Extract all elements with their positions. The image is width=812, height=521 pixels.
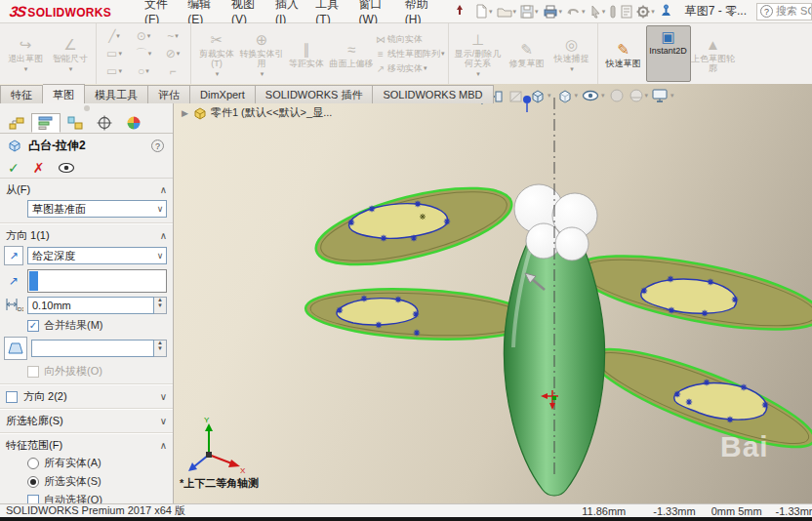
linear-pattern-button: ≡线性草图阵列▾ [374,47,445,61]
draft-toggle-button[interactable] [4,337,27,360]
arc-tool-icon: ⌒▾ [129,45,158,62]
section-view-icon [506,88,526,104]
selected-bodies-radio[interactable] [27,476,39,488]
collapse-chevron-icon[interactable]: ∧ [160,184,167,195]
mirror-icon: ⋈ [374,34,387,45]
rapid-sketch-button[interactable]: ✎ 快速草图 [601,39,646,68]
draft-angle-field[interactable] [31,340,154,357]
search-box[interactable]: ? 搜索 SOLIDW [756,3,812,20]
ribbon-group-sketch-entities: ╱▾ ⊙▾ ~▾ ▭▾ ⌒▾ ⊘▾ ▭▾ ○▾ ⌐ [97,23,191,84]
all-bodies-radio[interactable] [27,458,39,469]
from-group-header[interactable]: 从(F) ∧ [0,181,173,198]
svg-text:X: X [240,466,246,475]
pm-action-row: ✓ ✗ [0,157,173,179]
configuration-manager-tab[interactable] [61,113,90,133]
edit-appearance-icon [607,88,627,103]
hide-show-items-icon[interactable]: ▾ [580,89,607,102]
convert-entities-button: ⊕ 转换实体引用▾ [239,29,284,78]
display-style-icon[interactable]: ▾ [553,87,581,104]
panel-resize-handle[interactable] [84,105,90,111]
tab-mold-tools[interactable]: 模具工具 [85,85,148,103]
tab-solidworks-addins[interactable]: SOLIDWORKS 插件 [256,85,374,103]
undo-icon[interactable]: ▾ [564,4,588,19]
coord-x: 11.86mm [582,505,626,517]
direction2-group-header[interactable]: ✓ 方向 2(2) ∨ [0,388,173,405]
tab-evaluate[interactable]: 评估 [148,85,190,103]
open-icon[interactable]: ▾ [495,4,519,20]
attachment-icon[interactable] [607,4,619,20]
expand-chevron-icon[interactable]: ∨ [160,416,167,426]
tab-solidworks-mbd[interactable]: SOLIDWORKS MBD [373,85,493,103]
wing-lower-right[interactable] [583,332,812,464]
collapse-chevron-icon[interactable]: ∧ [160,230,167,241]
view-orientation-icon[interactable]: ▾ [526,87,553,104]
properties-icon[interactable] [619,4,634,20]
collapse-chevron-icon[interactable]: ∧ [160,440,167,451]
draft-outward-checkbox: ✓ [27,366,39,378]
pin-menu-icon[interactable] [455,4,465,20]
expand-chevron-icon[interactable]: ∨ [160,391,167,402]
select-icon[interactable]: ▾ [588,4,608,20]
instant2d-button[interactable]: ▣ Instant2D [646,25,691,82]
draft-spinner[interactable]: ▲▼ [154,340,167,357]
spline-tool-icon: ~▾ [158,27,187,45]
property-manager-tab[interactable] [31,113,61,133]
depth-value-field[interactable]: 0.10mm [27,297,154,314]
help-circle-icon[interactable]: ? [760,5,773,18]
solidworks-logo: 3S SOLIDWORKS [10,3,111,20]
feature-tree-flyout[interactable]: ▶ 零件1 (默认<<默认>_显... [182,105,332,120]
direction1-group-header[interactable]: 方向 1(1) ∧ [0,227,173,244]
combo-arrow-icon: ∨ [154,204,166,214]
depth-spinner[interactable]: ▲▼ [154,297,167,314]
exit-sketch-icon: ↪ [20,36,32,54]
direction-reference-field[interactable] [27,269,167,293]
wing-upper-right[interactable] [571,241,812,344]
selected-contours-group-header[interactable]: 所选轮廓(S) ∨ [0,413,173,429]
quick-snaps-icon: ◎ [565,36,578,54]
coord-extra-2: -1.33mm [776,505,812,517]
ok-button[interactable]: ✓ [8,160,20,176]
pm-help-icon[interactable]: ? [151,140,164,152]
feature-scope-group-header[interactable]: 特征范围(F) ∧ [0,437,173,454]
end-condition-select[interactable]: 给定深度 ∨ [27,247,167,264]
auto-select-checkbox[interactable]: ✓ [27,495,39,504]
merge-result-checkbox[interactable]: ✓ [27,320,39,332]
fillet-tool-icon: ⌐ [158,62,187,80]
trim-icon: ✂ [211,31,223,49]
tree-expand-arrow-icon[interactable]: ▶ [182,108,188,118]
tab-features[interactable]: 特征 [0,85,43,103]
svg-text:D1: D1 [18,306,23,312]
offset-entities-button: ∥ 等距实体 [284,39,329,68]
shaded-contours-button: ▲ 上色草图轮廓 [691,34,736,74]
options-gear-icon[interactable]: ▾ [634,4,657,20]
polygon-tool-icon: ○▾ [129,62,158,80]
rebuild-icon[interactable] [657,3,675,20]
smart-dimension-button: ∠ 智能尺寸▾ [48,34,93,72]
reverse-direction-button[interactable]: ↗ [4,246,23,265]
cancel-button[interactable]: ✗ [33,160,45,176]
print-icon[interactable]: ▾ [541,4,565,20]
tab-sketch[interactable]: 草图 [43,84,85,103]
ellipse-tool-icon: ⊘▾ [158,45,187,62]
display-relations-button: ⊥ 显示/删除几何关系▾ [452,29,505,78]
pattern-icon: ≡ [374,49,387,60]
wing-lower-left[interactable] [304,284,535,344]
save-icon[interactable]: ▾ [518,4,541,20]
feature-manager-tab[interactable] [2,113,31,133]
ribbon-group-relations: ⊥ 显示/删除几何关系▾ ✎ 修复草图 ◎ 快速捕捉▾ [449,23,598,84]
new-document-icon[interactable]: ▾ [472,3,495,20]
apply-scene-icon: ▾ [627,88,651,103]
dimxpert-manager-tab[interactable] [90,113,119,133]
direction2-checkbox[interactable]: ✓ [6,391,18,403]
smart-dimension-icon: ∠ [63,36,76,54]
wing-upper-left[interactable] [309,173,519,280]
part-tree-label[interactable]: 零件1 (默认<<默认>_显... [211,105,332,120]
display-manager-tab[interactable] [119,113,148,133]
mirror-entities-button: ⋈镜向实体 [374,32,445,47]
tab-dimxpert[interactable]: DimXpert [190,85,256,103]
preview-eye-icon[interactable] [58,162,75,174]
view-settings-icon[interactable]: ▾ [650,88,676,103]
from-condition-select[interactable]: 草图基准面 ∨ [27,200,167,218]
circle-tool-icon: ⊙▾ [129,27,158,45]
draft-outward-label: 向外拔模(O) [44,364,102,379]
